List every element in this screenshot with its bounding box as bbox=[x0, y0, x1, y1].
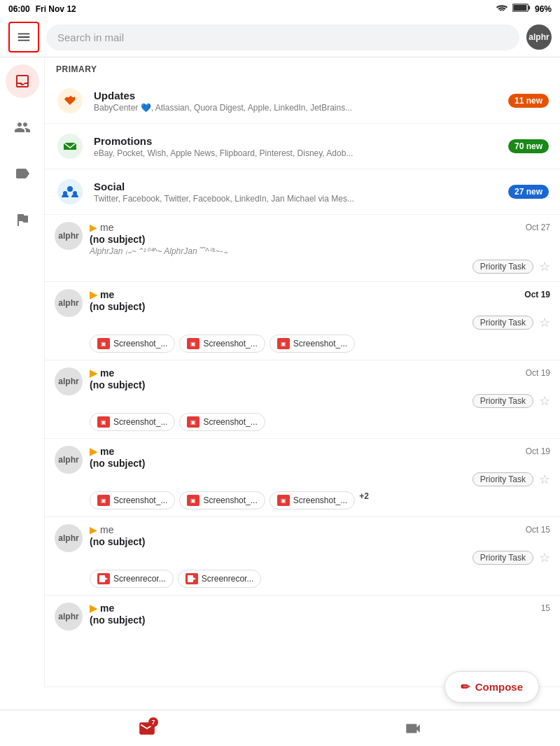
attachment-label: Screenshot_... bbox=[113, 495, 167, 505]
attachment-label: Screenshot_... bbox=[113, 417, 167, 427]
attachment-chip: ▣ Screenshot_... bbox=[90, 413, 175, 431]
sidebar-item-flag[interactable] bbox=[6, 203, 39, 237]
updates-title: Updates bbox=[94, 90, 498, 101]
social-title: Social bbox=[94, 181, 498, 192]
email-row[interactable]: alphr ▶ me Oct 19 (no subject) Priority … bbox=[45, 282, 560, 360]
attachments-row: Screenrecor... Screenrecor... bbox=[90, 570, 550, 588]
status-time: 06:00 bbox=[8, 4, 30, 14]
email-date: Oct 15 bbox=[526, 525, 550, 535]
svg-rect-2 bbox=[513, 5, 526, 10]
attachment-chip: ▣ Screenshot_... bbox=[179, 491, 265, 509]
email-row[interactable]: alphr ▶ me Oct 27 (no subject) AlphrJan … bbox=[45, 215, 560, 282]
social-badge: 27 new bbox=[508, 185, 549, 199]
svg-rect-9 bbox=[99, 575, 105, 582]
attachment-label: Screenshot_... bbox=[203, 339, 257, 349]
attachment-label: Screenshot_... bbox=[293, 495, 347, 505]
sender-name: me bbox=[100, 367, 114, 379]
category-social[interactable]: Social Twitter, Facebook, Twitter, Faceb… bbox=[45, 169, 560, 215]
image-icon: ▣ bbox=[187, 338, 200, 349]
email-date: Oct 19 bbox=[526, 368, 550, 378]
sender-name: me bbox=[100, 446, 114, 457]
star-button[interactable]: ☆ bbox=[539, 259, 550, 274]
email-row[interactable]: alphr ▶ me Oct 15 (no subject) Priority … bbox=[45, 517, 560, 596]
avatar-text: alphr bbox=[58, 376, 78, 386]
star-button[interactable]: ☆ bbox=[539, 550, 550, 565]
email-date: Oct 19 bbox=[526, 446, 550, 456]
star-button[interactable]: ☆ bbox=[539, 393, 550, 409]
avatar: alphr bbox=[55, 524, 83, 552]
promotions-icon bbox=[56, 132, 84, 160]
email-subject: (no subject) bbox=[90, 379, 550, 390]
top-bar: Search in mail alphr bbox=[0, 17, 560, 57]
avatar: alphr bbox=[55, 367, 83, 395]
avatar-text: alphr bbox=[58, 612, 78, 621]
updates-badge: 11 new bbox=[508, 94, 549, 108]
attachment-label: Screenshot_... bbox=[293, 339, 347, 349]
email-sender: ▶ me bbox=[90, 367, 114, 379]
promotions-badge: 70 new bbox=[508, 139, 549, 153]
category-promotions[interactable]: Promotions eBay, Pocket, Wish, Apple New… bbox=[45, 124, 560, 169]
image-icon: ▣ bbox=[277, 338, 290, 349]
attachment-chip: ▣ Screenshot_... bbox=[90, 491, 175, 509]
social-content: Social Twitter, Facebook, Twitter, Faceb… bbox=[94, 181, 498, 204]
avatar-text: alphr bbox=[528, 32, 549, 42]
bottom-bar: 7 bbox=[0, 710, 560, 746]
attachment-label: Screenshot_... bbox=[203, 495, 257, 505]
attachment-label: Screenrecor... bbox=[113, 574, 166, 584]
email-sender: ▶ me bbox=[90, 446, 114, 457]
battery-icon bbox=[512, 3, 531, 15]
email-date: Oct 27 bbox=[526, 223, 550, 232]
sender-name: me bbox=[100, 524, 113, 535]
main-layout: PRIMARY Updates BabyCenter 💙, Atlassian,… bbox=[0, 57, 560, 687]
battery-percent: 96% bbox=[535, 4, 552, 14]
screenrecord-icon bbox=[186, 573, 198, 584]
email-list: PRIMARY Updates BabyCenter 💙, Atlassian,… bbox=[45, 57, 560, 687]
email-row[interactable]: alphr ▶ me Oct 19 (no subject) Priority … bbox=[45, 360, 560, 439]
star-button[interactable]: ☆ bbox=[539, 472, 550, 487]
attachment-chip: ▣ Screenshot_... bbox=[179, 413, 265, 431]
email-subject: (no subject) bbox=[90, 536, 550, 547]
email-sender: ▶ me bbox=[90, 289, 114, 300]
promotions-content: Promotions eBay, Pocket, Wish, Apple New… bbox=[94, 135, 498, 158]
search-bar[interactable]: Search in mail bbox=[46, 24, 519, 50]
image-icon: ▣ bbox=[277, 495, 290, 506]
avatar-text: alphr bbox=[58, 231, 78, 241]
avatar: alphr bbox=[55, 446, 83, 474]
avatar-text: alphr bbox=[58, 455, 78, 465]
email-subject: (no subject) bbox=[90, 301, 550, 312]
email-row[interactable]: alphr ▶ me Oct 19 (no subject) Priority … bbox=[45, 439, 560, 517]
sidebar-item-label[interactable] bbox=[6, 157, 39, 190]
mail-icon-button[interactable]: 7 bbox=[133, 715, 161, 743]
image-icon: ▣ bbox=[97, 416, 110, 428]
compose-button[interactable]: ✏ Compose bbox=[444, 671, 539, 703]
screenrecord-icon bbox=[97, 573, 110, 584]
image-icon: ▣ bbox=[97, 495, 110, 506]
sender-name: me bbox=[100, 289, 114, 300]
priority-task-badge: Priority Task bbox=[472, 394, 533, 408]
attachment-chip: Screenrecor... bbox=[178, 570, 262, 588]
avatar[interactable]: alphr bbox=[526, 24, 552, 50]
avatar: alphr bbox=[55, 289, 83, 317]
attachment-chip: ▣ Screenshot_... bbox=[90, 335, 175, 353]
sidebar-item-people[interactable] bbox=[6, 111, 39, 144]
sidebar bbox=[0, 57, 45, 687]
email-sender: ▶ me bbox=[90, 222, 113, 233]
updates-content: Updates BabyCenter 💙, Atlassian, Quora D… bbox=[94, 90, 498, 113]
section-header: PRIMARY bbox=[45, 57, 560, 78]
star-button[interactable]: ☆ bbox=[539, 315, 550, 330]
attachment-label: Screenrecor... bbox=[202, 574, 254, 584]
menu-button[interactable] bbox=[8, 22, 39, 52]
sidebar-item-inbox[interactable] bbox=[6, 64, 39, 98]
pencil-icon: ✏ bbox=[461, 680, 470, 694]
status-bar: 06:00 Fri Nov 12 96% bbox=[0, 0, 560, 17]
email-content: ▶ me 15 (no subject) bbox=[90, 603, 550, 626]
attachments-row: ▣ Screenshot_... ▣ Screenshot_... ▣ Scre… bbox=[90, 491, 550, 509]
category-updates[interactable]: Updates BabyCenter 💙, Atlassian, Quora D… bbox=[45, 78, 560, 124]
social-subtitle: Twitter, Facebook, Twitter, Facebook, Li… bbox=[94, 194, 430, 204]
email-content: ▶ me Oct 19 (no subject) Priority Task ☆… bbox=[90, 289, 550, 353]
wifi-icon bbox=[496, 3, 508, 15]
email-sender: ▶ me bbox=[90, 603, 114, 614]
video-icon-button[interactable] bbox=[399, 715, 427, 743]
attachment-chip: ▣ Screenshot_... bbox=[179, 335, 265, 353]
email-subject: (no subject) bbox=[90, 614, 550, 626]
